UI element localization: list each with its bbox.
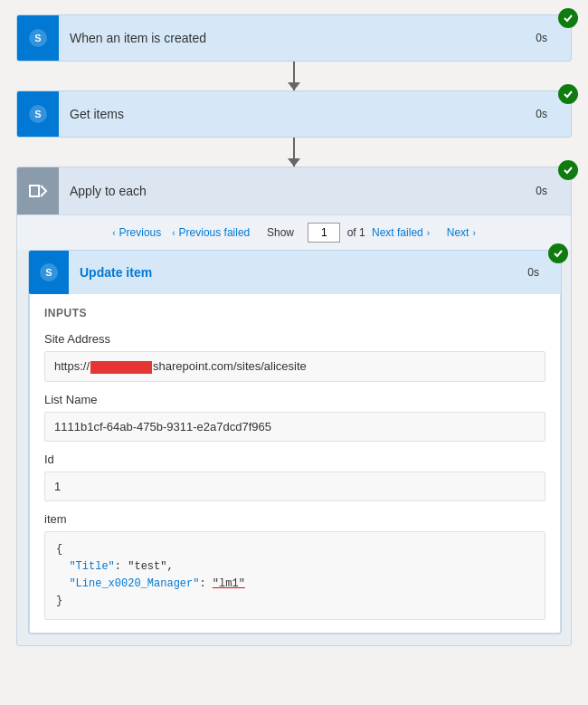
site-address-value: https://sharepoint.com/sites/alicesite: [44, 351, 545, 382]
apply-label: Apply to each: [59, 184, 536, 198]
redacted-domain: [90, 361, 152, 374]
next-chevron-icon: ›: [472, 228, 475, 238]
inputs-section: INPUTS Site Address https://sharepoint.c…: [29, 294, 561, 634]
apply-icon: [17, 167, 59, 214]
apply-duration: 0s: [536, 185, 571, 197]
svg-text:S: S: [34, 109, 41, 119]
json-block: { "Title": "test", "Line_x0020_Manager":…: [44, 531, 545, 621]
next-failed-button[interactable]: Next failed: [372, 226, 423, 239]
connector-arrow-1: [293, 62, 295, 91]
step-duration: 0s: [536, 32, 571, 44]
previous-button[interactable]: Previous: [119, 226, 162, 239]
pagination-bar: ‹ Previous ‹ Previous failed Show of 1 N…: [17, 214, 571, 250]
next-failed-chevron-icon: ›: [427, 228, 430, 238]
site-address-suffix: sharepoint.com/sites/alicesite: [153, 359, 307, 373]
sharepoint-icon: S: [17, 15, 59, 61]
json-line-2: "Title": "test",: [56, 558, 534, 576]
id-value: 1: [44, 472, 545, 501]
connector-arrow-2: [293, 138, 295, 167]
inner-step-container: S Update item 0s INPUTS Site Address htt…: [28, 250, 560, 634]
success-badge-apply: [558, 160, 578, 180]
update-sharepoint-icon: S: [29, 251, 69, 294]
prev-chevron-icon: ‹: [112, 228, 115, 238]
step-label-2: Get items: [59, 107, 536, 121]
success-badge-2: [558, 84, 578, 104]
of-label: of 1: [344, 226, 368, 239]
update-item-block[interactable]: S Update item 0s INPUTS Site Address htt…: [28, 250, 562, 634]
sharepoint-icon-2: S: [17, 91, 59, 137]
success-badge: [558, 8, 578, 28]
site-address-label: Site Address: [44, 332, 545, 346]
step-get-items[interactable]: S Get items 0s: [16, 91, 572, 138]
apply-to-each-block[interactable]: Apply to each 0s ‹ Previous ‹ Previous f…: [16, 167, 572, 646]
prev-failed-chevron-icon: ‹: [172, 228, 175, 238]
list-name-value: 1111b1cf-64ab-475b-9311-e2a7dcd7f965: [44, 412, 545, 442]
update-duration: 0s: [527, 266, 561, 279]
site-address-prefix: https://: [54, 359, 90, 373]
update-item-label: Update item: [69, 265, 527, 280]
next-button[interactable]: Next: [447, 226, 469, 239]
list-name-label: List Name: [44, 393, 545, 406]
json-line-3: "Line_x0020_Manager": "lm1": [56, 576, 534, 593]
svg-text:S: S: [34, 33, 41, 43]
id-label: Id: [44, 453, 545, 466]
step-when-item-created[interactable]: S When an item is created 0s: [16, 14, 572, 62]
json-line-1: {: [56, 541, 534, 558]
success-badge-update: [548, 243, 568, 263]
show-label: Show: [267, 226, 294, 239]
svg-rect-4: [30, 186, 39, 196]
inputs-title: INPUTS: [44, 307, 545, 319]
previous-failed-button[interactable]: Previous failed: [179, 226, 251, 239]
page-input[interactable]: [308, 223, 340, 243]
svg-text:S: S: [45, 267, 52, 278]
step-duration-2: 0s: [536, 108, 571, 120]
step-label: When an item is created: [59, 31, 536, 45]
item-label: item: [44, 512, 545, 526]
json-line-4: }: [56, 593, 534, 610]
